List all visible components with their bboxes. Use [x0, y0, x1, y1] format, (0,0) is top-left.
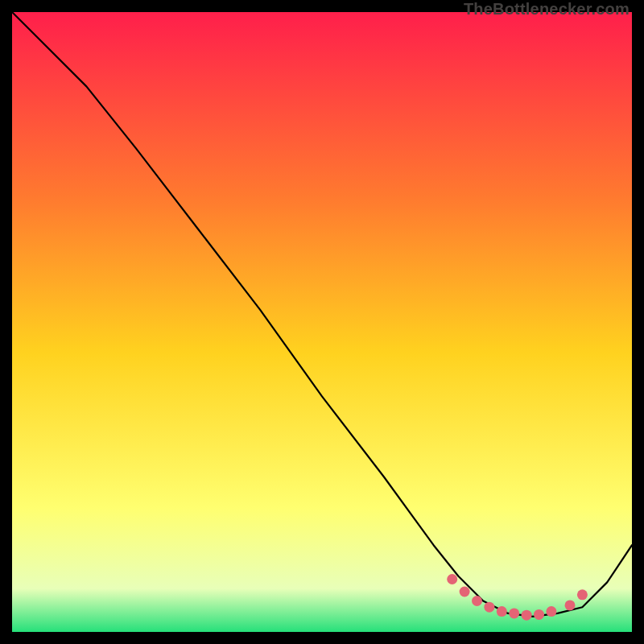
marker-dot [460, 587, 470, 597]
watermark-text: TheBottlenecker.com [464, 0, 630, 19]
bottleneck-chart [12, 12, 632, 632]
marker-dot [472, 596, 482, 606]
marker-dot [546, 606, 556, 617]
marker-dot [484, 602, 494, 613]
chart-frame [12, 12, 632, 632]
marker-dot [565, 600, 576, 610]
marker-dot [522, 610, 532, 621]
marker-dot [497, 606, 507, 617]
marker-dot [534, 609, 544, 620]
marker-dot [577, 589, 588, 600]
gradient-background [12, 12, 632, 632]
marker-dot [447, 574, 457, 584]
marker-dot [509, 608, 519, 618]
